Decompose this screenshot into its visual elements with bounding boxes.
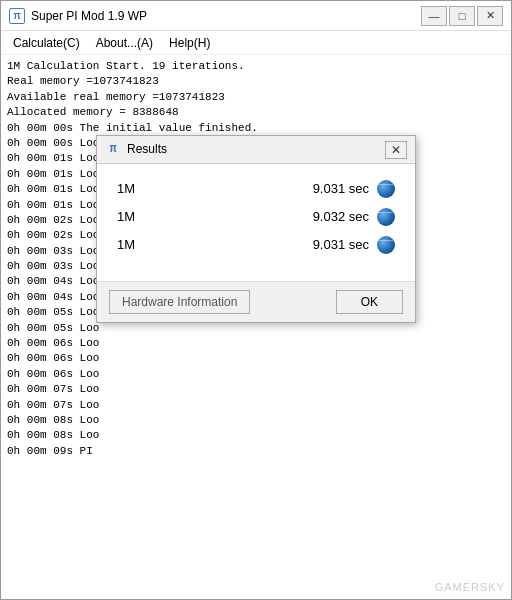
dialog-icon: π [105,142,121,158]
maximize-button[interactable]: □ [449,6,475,26]
result-label: 1M [117,236,167,254]
globe-icon[interactable] [377,208,395,226]
window-controls: — □ ✕ [421,6,503,26]
dialog-title-bar: π Results ✕ [97,136,415,164]
dialog-body: 1M9.031 sec1M9.032 sec1M9.031 sec [97,164,415,281]
result-row: 1M9.031 sec [117,236,395,254]
results-dialog: π Results ✕ 1M9.031 sec1M9.032 sec1M9.03… [96,135,416,323]
dialog-close-button[interactable]: ✕ [385,141,407,159]
close-button[interactable]: ✕ [477,6,503,26]
dialog-overlay: π Results ✕ 1M9.031 sec1M9.032 sec1M9.03… [1,55,511,599]
main-window: π Super PI Mod 1.9 WP — □ ✕ Calculate(C)… [0,0,512,600]
window-title: Super PI Mod 1.9 WP [31,9,421,23]
menu-help[interactable]: Help(H) [161,34,218,52]
title-bar: π Super PI Mod 1.9 WP — □ ✕ [1,1,511,31]
hardware-information-button[interactable]: Hardware Information [109,290,250,314]
minimize-button[interactable]: — [421,6,447,26]
menu-about[interactable]: About...(A) [88,34,161,52]
menu-bar: Calculate(C) About...(A) Help(H) [1,31,511,55]
watermark: GAMERSKY [435,580,505,595]
app-icon: π [9,8,25,24]
result-label: 1M [117,180,167,198]
result-value: 9.031 sec [313,236,369,254]
dialog-footer: Hardware Information OK [97,281,415,322]
ok-button[interactable]: OK [336,290,403,314]
log-area: 1M Calculation Start. 19 iterations.Real… [1,55,511,599]
result-row: 1M9.031 sec [117,180,395,198]
dialog-title: Results [127,141,385,158]
result-label: 1M [117,208,167,226]
menu-calculate[interactable]: Calculate(C) [5,34,88,52]
globe-icon[interactable] [377,236,395,254]
result-value: 9.031 sec [313,180,369,198]
result-value: 9.032 sec [313,208,369,226]
globe-icon[interactable] [377,180,395,198]
result-row: 1M9.032 sec [117,208,395,226]
